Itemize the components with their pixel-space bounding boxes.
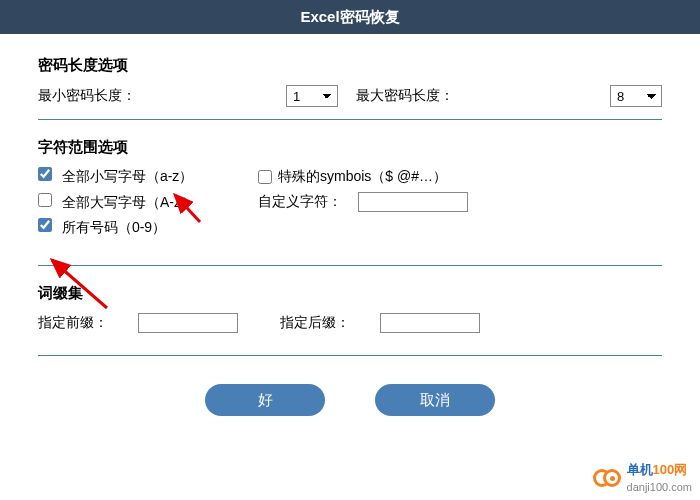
cancel-button[interactable]: 取消 [375, 384, 495, 416]
section-affix-title: 词缀集 [38, 284, 662, 303]
symbols-checkbox[interactable] [258, 170, 272, 184]
ok-button[interactable]: 好 [205, 384, 325, 416]
divider [38, 355, 662, 356]
window-title: Excel密码恢复 [300, 8, 399, 25]
digits-checkbox[interactable] [38, 218, 52, 232]
uppercase-checkbox[interactable] [38, 193, 52, 207]
title-bar: Excel密码恢复 [0, 0, 700, 34]
custom-chars-label: 自定义字符： [258, 193, 358, 211]
watermark-logo-icon [593, 467, 621, 489]
divider [38, 265, 662, 266]
watermark-text: 单机100网 danji100.com [627, 461, 692, 494]
prefix-label: 指定前缀： [38, 314, 138, 332]
max-length-select[interactable]: 8 [610, 85, 662, 107]
suffix-input[interactable] [380, 313, 480, 333]
charset-row-3: 所有号码（0-9） [38, 218, 662, 237]
watermark: 单机100网 danji100.com [593, 461, 692, 494]
content-area: 密码长度选项 最小密码长度： 1 最大密码长度： 8 字符范围选项 全部小写字母… [0, 34, 700, 416]
max-length-label: 最大密码长度： [356, 87, 610, 105]
digits-label: 所有号码（0-9） [62, 219, 166, 235]
symbols-label: 特殊的symbois（$ @#…） [278, 168, 447, 186]
min-length-label: 最小密码长度： [38, 87, 286, 105]
section-charset-title: 字符范围选项 [38, 138, 662, 157]
charset-row-2: 全部大写字母（A-Z） 自定义字符： [38, 192, 662, 212]
min-length-select[interactable]: 1 [286, 85, 338, 107]
uppercase-label: 全部大写字母（A-Z） [62, 194, 197, 210]
button-row: 好 取消 [38, 384, 662, 416]
custom-chars-input[interactable] [358, 192, 468, 212]
charset-row-1: 全部小写字母（a-z） 特殊的symbois（$ @#…） [38, 167, 662, 186]
prefix-input[interactable] [138, 313, 238, 333]
length-row: 最小密码长度： 1 最大密码长度： 8 [38, 85, 662, 107]
section-length-title: 密码长度选项 [38, 56, 662, 75]
lowercase-label: 全部小写字母（a-z） [62, 168, 193, 184]
lowercase-checkbox[interactable] [38, 167, 52, 181]
affix-row: 指定前缀： 指定后缀： [38, 313, 662, 333]
suffix-label: 指定后缀： [280, 314, 380, 332]
divider [38, 119, 662, 120]
